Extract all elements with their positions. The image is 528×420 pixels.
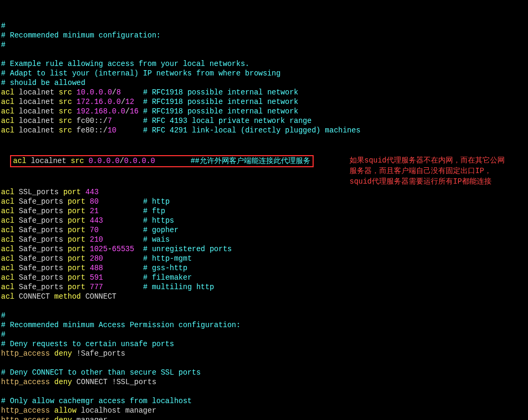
config-line: acl localnet src fc00::/7 # RFC 4193 loc… <box>1 116 527 126</box>
token: src <box>59 98 72 106</box>
token <box>86 197 90 206</box>
token: acl <box>1 235 14 244</box>
token: port <box>68 235 86 244</box>
config-line: acl SSL_ports port 443 <box>1 187 527 197</box>
token: 12 <box>125 98 134 106</box>
highlighted-acl-line: acl localnet src 0.0.0.0/0.0.0.0 ##允许外网客… <box>10 155 314 167</box>
config-line: http_access deny CONNECT !SSL_ports <box>1 377 527 387</box>
token: localnet <box>26 157 71 165</box>
token: port <box>68 264 86 272</box>
token <box>50 349 54 358</box>
token <box>103 273 143 282</box>
token: # Recommended minimum configuration: <box>1 31 161 40</box>
token: # Recommended minimum Access Permission … <box>1 321 241 329</box>
token: acl <box>1 88 14 97</box>
config-line: acl localnet src fe80::/10 # RFC 4291 li… <box>1 126 527 135</box>
config-line: acl localnet src 10.0.0.0/8 # RFC1918 po… <box>1 88 527 97</box>
token: 80 <box>90 197 99 206</box>
token: manager <box>72 416 107 420</box>
config-line: acl Safe_ports port 80 # http <box>1 197 527 206</box>
token: 65535 <box>112 245 134 253</box>
config-line: http_access allow localhost manager <box>1 406 527 415</box>
token: src <box>59 88 72 97</box>
token <box>86 264 90 272</box>
token <box>86 226 90 234</box>
token: port <box>68 283 86 291</box>
config-line: acl localnet src 172.16.0.0/12 # RFC1918… <box>1 97 527 107</box>
token: # multiling http <box>143 283 214 291</box>
token: 16 <box>130 107 139 116</box>
config-lines-block-b: acl SSL_ports port 443acl Safe_ports por… <box>1 178 527 420</box>
token: CONNECT <box>14 292 54 301</box>
token: acl <box>1 107 14 116</box>
token: # <box>1 330 5 339</box>
token <box>50 406 54 415</box>
token: acl <box>1 98 14 106</box>
token <box>50 378 54 386</box>
token: method <box>54 292 81 301</box>
token: 777 <box>90 283 103 291</box>
token: localnet <box>14 88 59 97</box>
config-line: # Example rule allowing access from your… <box>1 59 527 69</box>
token: Safe_ports <box>14 283 68 291</box>
config-line: # <box>1 40 527 50</box>
token: ##允许外网客户端能连接此代理服务 <box>191 157 310 165</box>
annotation-line-1: 如果squid代理服务器不在内网，而在其它公网 <box>350 155 505 166</box>
token: 21 <box>90 207 99 215</box>
token: deny <box>54 416 72 420</box>
token <box>86 254 90 263</box>
token <box>103 283 143 291</box>
token <box>99 207 143 215</box>
token: acl <box>1 197 14 206</box>
token: 488 <box>90 264 103 272</box>
token <box>86 273 90 282</box>
token: SSL_ports <box>14 188 63 196</box>
token: # Adapt to list your (internal) IP netwo… <box>1 69 280 78</box>
token <box>103 264 143 272</box>
token: acl <box>1 292 14 301</box>
config-line: http_access deny !Safe_ports <box>1 349 527 358</box>
token <box>99 226 143 234</box>
token: 210 <box>90 235 103 244</box>
token: # wais <box>143 235 169 244</box>
token: 443 <box>90 216 103 225</box>
config-line: # <box>1 330 527 339</box>
token: # <box>1 311 5 320</box>
token: # should be allowed <box>1 79 86 87</box>
config-line: # Recommended minimum configuration: <box>1 31 527 40</box>
token: # RFC1918 possible internal network <box>143 107 298 116</box>
token: Safe_ports <box>14 216 68 225</box>
config-line: acl Safe_ports port 1025-65535 # unregis… <box>1 244 527 254</box>
token: deny <box>54 349 72 358</box>
token: # https <box>143 216 174 225</box>
token: - <box>108 245 112 253</box>
token: 172.16.0.0 <box>77 98 121 106</box>
token: # <box>1 22 5 30</box>
token: localnet <box>14 107 59 116</box>
token: acl <box>1 126 14 135</box>
token <box>72 107 76 116</box>
token: 280 <box>90 254 103 263</box>
token <box>139 107 143 116</box>
config-file-editor[interactable]: ## Recommended minimum configuration:# #… <box>0 0 528 420</box>
token: Safe_ports <box>14 245 68 253</box>
token: # RFC1918 possible internal network <box>143 88 298 97</box>
token: # Example rule allowing access from your… <box>1 60 249 68</box>
token: # Deny requests to certain unsafe ports <box>1 340 174 348</box>
token: port <box>68 254 86 263</box>
config-line: # Recommended minimum Access Permission … <box>1 320 527 330</box>
token: 192.168.0.0 <box>77 107 125 116</box>
token: # RFC 4193 local private network range <box>143 117 312 125</box>
token: src <box>71 157 84 165</box>
config-line <box>1 387 527 396</box>
token: CONNECT !SSL_ports <box>72 378 156 386</box>
token: localnet <box>14 126 59 135</box>
config-line: acl Safe_ports port 210 # wais <box>1 235 527 244</box>
token: port <box>63 188 81 196</box>
annotation-line-3: squid代理服务器需要运行所有IP都能连接 <box>350 176 505 187</box>
config-line: acl Safe_ports port 280 # http-mgmt <box>1 254 527 263</box>
config-line <box>1 301 527 311</box>
token: acl <box>1 226 14 234</box>
token: / <box>125 107 129 116</box>
token: 0.0.0.0 <box>124 157 155 165</box>
